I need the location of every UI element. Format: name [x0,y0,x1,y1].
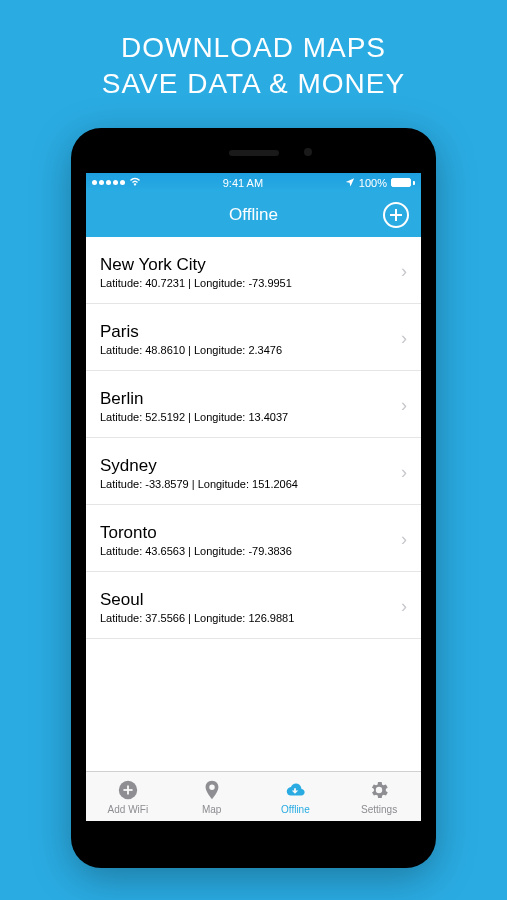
list-item[interactable]: Seoul Latitude: 37.5566 | Longitude: 126… [86,572,421,639]
city-coords: Latitude: 48.8610 | Longitude: 2.3476 [100,344,401,356]
city-name: Toronto [100,523,401,543]
tab-settings[interactable]: Settings [337,772,421,821]
city-list[interactable]: New York City Latitude: 40.7231 | Longit… [86,237,421,771]
phone-camera [304,148,312,156]
location-icon [345,177,355,189]
list-item-content: Seoul Latitude: 37.5566 | Longitude: 126… [100,590,401,624]
cloud-download-icon [283,778,307,802]
wifi-icon [129,176,141,190]
city-name: Paris [100,322,401,342]
city-name: Seoul [100,590,401,610]
tab-label: Map [202,804,221,815]
chevron-right-icon: › [401,328,407,349]
city-coords: Latitude: -33.8579 | Longitude: 151.2064 [100,478,401,490]
map-pin-icon [200,778,224,802]
gear-icon [367,778,391,802]
status-time: 9:41 AM [223,177,263,189]
tab-label: Settings [361,804,397,815]
phone-frame: 9:41 AM 100% Offline New York City Latit… [71,128,436,868]
promo-line-2: SAVE DATA & MONEY [102,66,405,102]
city-coords: Latitude: 52.5192 | Longitude: 13.4037 [100,411,401,423]
chevron-right-icon: › [401,596,407,617]
battery-percentage: 100% [359,177,387,189]
list-item-content: Paris Latitude: 48.8610 | Longitude: 2.3… [100,322,401,356]
city-coords: Latitude: 40.7231 | Longitude: -73.9951 [100,277,401,289]
city-coords: Latitude: 37.5566 | Longitude: 126.9881 [100,612,401,624]
tab-bar: Add WiFi Map Offline Settings [86,771,421,821]
chevron-right-icon: › [401,529,407,550]
plus-circle-icon [116,778,140,802]
list-item[interactable]: Paris Latitude: 48.8610 | Longitude: 2.3… [86,304,421,371]
promo-line-1: DOWNLOAD MAPS [102,30,405,66]
city-coords: Latitude: 43.6563 | Longitude: -79.3836 [100,545,401,557]
add-button[interactable] [383,202,409,228]
list-item[interactable]: Berlin Latitude: 52.5192 | Longitude: 13… [86,371,421,438]
signal-strength-icon [92,180,125,185]
city-name: Berlin [100,389,401,409]
tab-map[interactable]: Map [170,772,254,821]
status-left [92,176,141,190]
tab-offline[interactable]: Offline [254,772,338,821]
nav-header: Offline [86,193,421,237]
list-item-content: Toronto Latitude: 43.6563 | Longitude: -… [100,523,401,557]
screen: 9:41 AM 100% Offline New York City Latit… [86,173,421,821]
city-name: Sydney [100,456,401,476]
list-item[interactable]: Toronto Latitude: 43.6563 | Longitude: -… [86,505,421,572]
chevron-right-icon: › [401,462,407,483]
phone-speaker [229,150,279,156]
list-item-content: Sydney Latitude: -33.8579 | Longitude: 1… [100,456,401,490]
tab-label: Add WiFi [108,804,149,815]
list-item-content: Berlin Latitude: 52.5192 | Longitude: 13… [100,389,401,423]
promo-heading: DOWNLOAD MAPS SAVE DATA & MONEY [102,30,405,103]
status-right: 100% [345,177,415,189]
tab-add-wifi[interactable]: Add WiFi [86,772,170,821]
list-item-content: New York City Latitude: 40.7231 | Longit… [100,255,401,289]
city-name: New York City [100,255,401,275]
page-title: Offline [229,205,278,225]
list-item[interactable]: Sydney Latitude: -33.8579 | Longitude: 1… [86,438,421,505]
tab-label: Offline [281,804,310,815]
status-bar: 9:41 AM 100% [86,173,421,193]
chevron-right-icon: › [401,261,407,282]
chevron-right-icon: › [401,395,407,416]
battery-icon [391,178,415,187]
list-item[interactable]: New York City Latitude: 40.7231 | Longit… [86,237,421,304]
